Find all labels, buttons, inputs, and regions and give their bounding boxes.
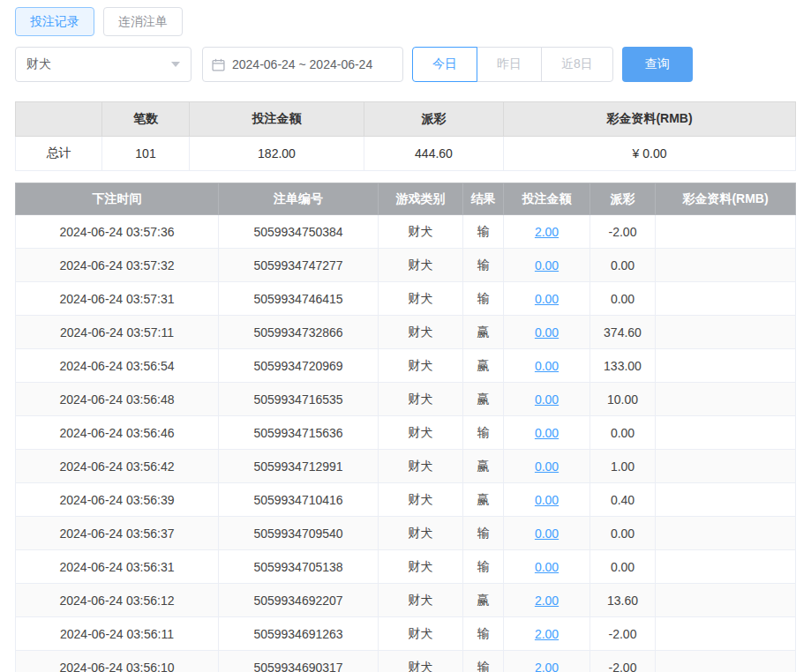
cell-payout: 1.00 [590,450,656,483]
today-button[interactable]: 今日 [412,47,477,82]
date-range-value: 2024-06-24 ~ 2024-06-24 [232,57,372,71]
table-row: 2024-06-24 03:56:46 5059934715636 财犬 输 0… [16,416,796,450]
cell-result: 赢 [463,483,504,517]
cell-order-id: 5059934705138 [219,550,379,584]
bet-amount-link[interactable]: 0.00 [535,292,559,306]
bet-amount-link[interactable]: 0.00 [535,459,559,474]
tab-bet-records[interactable]: 投注记录 [15,7,94,36]
tab-cancelled-orders[interactable]: 连消注单 [103,7,183,36]
cell-payout: 0.00 [590,282,656,316]
col-header-bet-time: 下注时间 [16,183,219,215]
game-select-value: 财犬 [26,56,51,72]
summary-total-row: 总计 101 182.00 444.60 ¥ 0.00 [16,137,796,171]
bet-amount-link[interactable]: 0.00 [535,560,559,574]
cell-game-type: 财犬 [379,517,463,550]
cell-game-type: 财犬 [379,584,463,617]
cell-result: 输 [463,550,504,584]
tabs-row: 投注记录 连消注单 [15,7,796,36]
cell-result: 输 [463,416,504,450]
cell-bet-time: 2024-06-24 03:56:31 [16,550,219,584]
cell-bet-time: 2024-06-24 03:56:48 [16,383,219,416]
table-row: 2024-06-24 03:56:42 5059934712991 财犬 赢 0… [16,450,796,483]
bet-amount-link[interactable]: 2.00 [535,661,559,672]
yesterday-button[interactable]: 昨日 [477,47,542,82]
cell-bonus [656,483,796,517]
cell-result: 输 [463,617,504,651]
cell-order-id: 5059934691263 [219,617,379,651]
summary-col-bet-amount: 投注金额 [190,102,364,137]
cell-game-type: 财犬 [379,450,463,483]
bet-amount-link[interactable]: 2.00 [535,627,559,641]
cell-order-id: 5059934720969 [219,349,379,383]
cell-order-id: 5059934692207 [219,584,379,617]
col-header-game-type: 游戏类别 [379,183,463,215]
summary-col-payout: 派彩 [364,102,504,137]
cell-payout: 374.60 [590,316,656,349]
cell-payout: 10.00 [590,383,656,416]
bet-amount-link[interactable]: 2.00 [535,594,559,608]
game-select[interactable]: 财犬 [15,47,191,82]
quick-date-button-group: 今日 昨日 近8日 [412,47,613,82]
last-8-days-button[interactable]: 近8日 [541,47,613,82]
cell-order-id: 5059934710416 [219,483,379,517]
bet-amount-link[interactable]: 2.00 [535,225,559,239]
table-row: 2024-06-24 03:57:36 5059934750384 财犬 输 2… [16,215,796,249]
date-range-picker[interactable]: 2024-06-24 ~ 2024-06-24 [202,47,403,82]
summary-table: 笔数 投注金额 派彩 彩金资料(RMB) 总计 101 182.00 444.6… [15,101,796,171]
summary-total-bonus: ¥ 0.00 [504,137,796,171]
bet-amount-link[interactable]: 0.00 [535,526,559,541]
cell-order-id: 5059934716535 [219,383,379,416]
cell-bet-time: 2024-06-24 03:56:37 [16,517,219,550]
bet-amount-link[interactable]: 0.00 [535,493,559,507]
summary-col-bonus: 彩金资料(RMB) [504,102,796,137]
cell-bet-time: 2024-06-24 03:56:42 [16,450,219,483]
cell-bet-time: 2024-06-24 03:57:36 [16,215,219,249]
cell-bonus [656,249,796,282]
cell-bet-time: 2024-06-24 03:56:12 [16,584,219,617]
bet-amount-link[interactable]: 0.00 [535,426,559,440]
cell-bonus [656,617,796,651]
summary-total-label: 总计 [16,137,102,171]
table-row: 2024-06-24 03:56:10 5059934690317 财犬 输 2… [16,651,796,672]
bet-amount-link[interactable]: 0.00 [535,359,559,373]
cell-game-type: 财犬 [379,282,463,316]
calendar-icon [212,58,225,71]
cell-order-id: 5059934712991 [219,450,379,483]
cell-bonus [656,550,796,584]
cell-bet-time: 2024-06-24 03:57:11 [16,316,219,349]
cell-result: 赢 [463,450,504,483]
col-header-order-id: 注单编号 [219,183,379,215]
cell-game-type: 财犬 [379,617,463,651]
table-row: 2024-06-24 03:56:12 5059934692207 财犬 赢 2… [16,584,796,617]
bet-amount-link[interactable]: 0.00 [535,392,559,407]
cell-order-id: 5059934746415 [219,282,379,316]
table-row: 2024-06-24 03:56:39 5059934710416 财犬 赢 0… [16,483,796,517]
cell-result: 赢 [463,383,504,416]
cell-payout: 133.00 [590,349,656,383]
cell-game-type: 财犬 [379,215,463,249]
cell-result: 赢 [463,584,504,617]
summary-total-payout: 444.60 [364,137,504,171]
bet-amount-link[interactable]: 0.00 [535,258,559,273]
cell-game-type: 财犬 [379,550,463,584]
bet-table: 下注时间 注单编号 游戏类别 结果 投注金额 派彩 彩金资料(RMB) 2024… [15,183,796,672]
cell-result: 输 [463,215,504,249]
cell-bet-time: 2024-06-24 03:57:31 [16,282,219,316]
cell-order-id: 5059934750384 [219,215,379,249]
cell-payout: 13.60 [590,584,656,617]
table-row: 2024-06-24 03:56:11 5059934691263 财犬 输 2… [16,617,796,651]
cell-order-id: 5059934715636 [219,416,379,450]
table-row: 2024-06-24 03:56:31 5059934705138 财犬 输 0… [16,550,796,584]
cell-result: 输 [463,249,504,282]
col-header-bet-amount: 投注金额 [504,183,590,215]
col-header-bonus: 彩金资料(RMB) [656,183,796,215]
summary-total-bet-amount: 182.00 [190,137,364,171]
cell-order-id: 5059934709540 [219,517,379,550]
cell-game-type: 财犬 [379,383,463,416]
bet-amount-link[interactable]: 0.00 [535,325,559,340]
cell-bet-time: 2024-06-24 03:56:11 [16,617,219,651]
cell-order-id: 5059934732866 [219,316,379,349]
table-row: 2024-06-24 03:56:37 5059934709540 财犬 输 0… [16,517,796,550]
cell-result: 输 [463,651,504,672]
search-button[interactable]: 查询 [622,47,693,82]
